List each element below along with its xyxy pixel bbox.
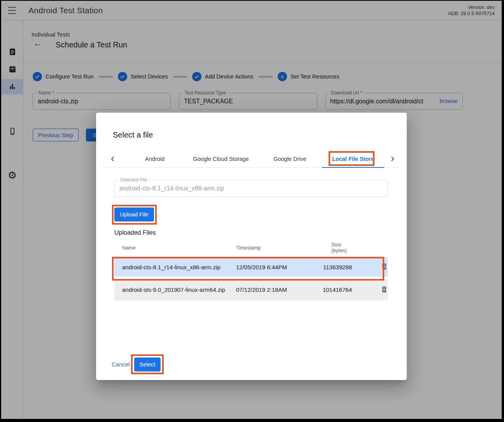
timestamp-cell: 07/12/2019 2:18AM [236,286,287,293]
file-name-cell: android-sts-9.0_201907-linux-arm64.zip [122,286,225,293]
column-header-size: Size (bytes) [331,242,347,253]
selected-file-field[interactable]: Selected File android-cts-8.1_r14-linux_… [114,180,388,197]
timestamp-cell: 12/05/2019 6:44PM [236,264,287,270]
table-row[interactable]: android-cts-8.1_r14-linux_x86-arm.zip 12… [114,257,388,277]
uploaded-files-heading: Uploaded Files [114,229,156,236]
select-button[interactable]: Select [134,357,161,371]
tab-google-drive[interactable]: Google Drive [258,150,322,167]
tab-strip: Android Google Cloud Storage Google Driv… [126,150,384,167]
trash-icon [380,289,388,295]
column-header-timestamp: Timestamp [236,245,261,251]
cancel-button[interactable]: Cancel [112,357,130,371]
selected-file-value: android-cts-8.1_r14-linux_x86-arm.zip [119,180,224,197]
select-file-dialog: Select a file Android Google Cloud Stora… [96,113,407,380]
dialog-title: Select a file [113,131,153,140]
window-frame-edge [0,0,504,1]
table-header-row: Name Timestamp Size (bytes) [114,239,388,257]
tab-local-file-store[interactable]: Local File Store [322,150,384,167]
delete-file-button[interactable] [380,286,388,294]
android-test-station-app: Android Test Station Version: dev ADB: 2… [0,0,504,422]
chevron-left-icon[interactable] [107,153,119,165]
uploaded-files-table: Name Timestamp Size (bytes) android-cts-… [114,239,388,303]
column-header-name: Name [122,245,136,251]
window-frame-edge [502,0,504,422]
chevron-right-icon[interactable] [387,153,398,165]
delete-file-button[interactable] [380,263,388,271]
trash-icon [380,266,388,272]
file-source-tabs: Android Google Cloud Storage Google Driv… [104,150,399,167]
tab-google-cloud-storage[interactable]: Google Cloud Storage [184,150,258,167]
size-cell: 113639298 [307,264,352,270]
window-frame-edge [0,419,504,422]
table-row[interactable]: android-sts-9.0_201907-linux-arm64.zip 0… [114,279,388,300]
window-frame-edge [0,0,1,422]
size-cell: 101416764 [307,286,352,293]
file-name-cell: android-cts-8.1_r14-linux_x86-arm.zip [122,264,220,270]
upload-file-button[interactable]: Upload File [114,208,154,221]
tab-android[interactable]: Android [126,150,184,167]
